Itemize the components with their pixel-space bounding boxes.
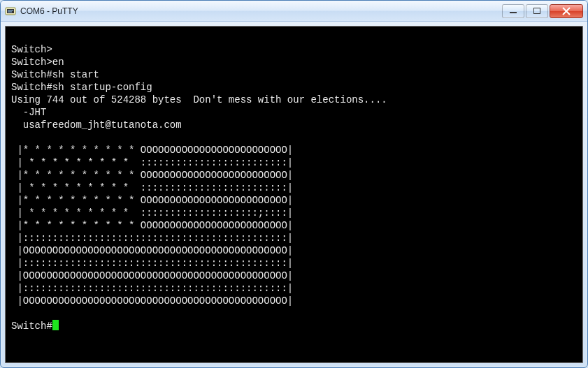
terminal-output: Switch> Switch>en Switch#sh start Switch… [11, 44, 387, 307]
window-controls [502, 4, 583, 18]
terminal-viewport[interactable]: Switch> Switch>en Switch#sh start Switch… [5, 26, 583, 363]
svg-rect-1 [7, 9, 14, 13]
window: COM6 - PuTTY Switch> Switch>en Switch#sh… [0, 0, 588, 368]
close-icon [562, 7, 571, 15]
maximize-icon [533, 8, 540, 14]
minimize-icon [510, 8, 517, 14]
close-button[interactable] [550, 4, 583, 18]
maximize-button[interactable] [526, 4, 548, 18]
terminal-prompt: Switch# [11, 321, 52, 332]
app-icon [5, 6, 16, 17]
cursor [52, 320, 59, 330]
window-title: COM6 - PuTTY [20, 6, 502, 16]
terminal[interactable]: Switch> Switch>en Switch#sh start Switch… [6, 27, 582, 362]
titlebar[interactable]: COM6 - PuTTY [1, 1, 587, 22]
minimize-button[interactable] [502, 4, 524, 18]
